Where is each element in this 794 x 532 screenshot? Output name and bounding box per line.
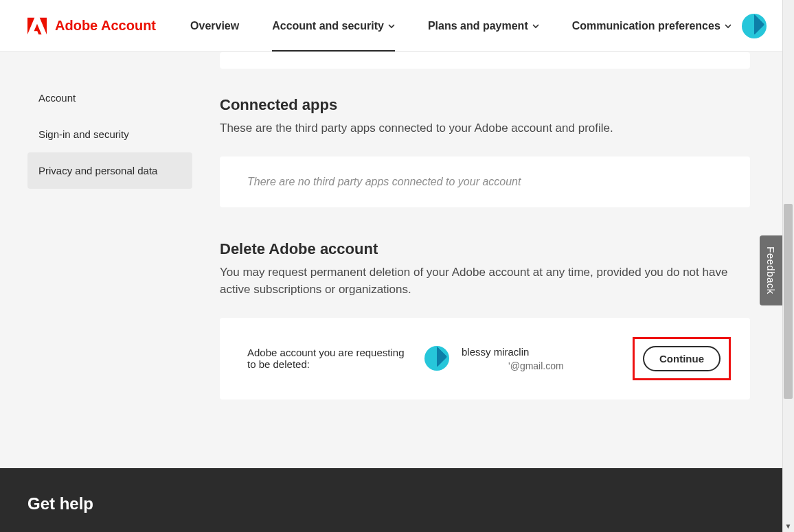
nav-account-security[interactable]: Account and security [272,1,395,51]
sidebar-item-account[interactable]: Account [27,80,192,116]
avatar[interactable] [742,14,767,38]
user-email: '@gmail.com [462,360,564,371]
sidebar-item-privacy[interactable]: Privacy and personal data [27,152,192,189]
sidebar: Account Sign-in and security Privacy and… [0,52,192,427]
delete-account-prompt: Adobe account you are requesting to be d… [247,347,412,370]
body: Account Sign-in and security Privacy and… [0,52,794,427]
chevron-down-icon [388,23,395,30]
header: Adobe Account Overview Account and secur… [0,0,794,52]
delete-account-title: Delete Adobe account [220,240,750,258]
avatar-icon [424,346,449,371]
footer-title: Get help [27,494,767,513]
connected-apps-desc: These are the third party apps connected… [220,119,750,137]
scroll-down-icon[interactable]: ▼ [782,520,794,532]
user-info: blessy miraclin '@gmail.com [462,346,564,371]
chevron-down-icon [532,23,539,30]
continue-button[interactable]: Continue [643,346,721,371]
feedback-tab[interactable]: Feedback [760,235,782,305]
top-nav: Overview Account and security Plans and … [190,1,742,51]
nav-overview[interactable]: Overview [190,1,239,51]
delete-account-card: Adobe account you are requesting to be d… [220,318,750,400]
scrollbar-thumb[interactable] [784,204,793,399]
connected-apps-title: Connected apps [220,96,750,114]
scrollbar[interactable]: ▼ [782,0,794,532]
adobe-logo-icon [27,16,47,36]
connected-apps-card: There are no third party apps connected … [220,157,750,207]
user-name: blessy miraclin [462,346,564,358]
continue-highlight: Continue [633,337,731,380]
previous-section-card-edge [220,52,750,69]
delete-account-desc: You may request permanent deletion of yo… [220,264,750,299]
chevron-down-icon [725,23,731,30]
nav-communication-prefs[interactable]: Communication preferences [572,1,731,51]
main-content: Connected apps These are the third party… [192,52,794,427]
connected-apps-empty: There are no third party apps connected … [247,176,723,188]
logo-section[interactable]: Adobe Account [27,16,156,36]
brand-text: Adobe Account [55,18,156,34]
sidebar-item-signin-security[interactable]: Sign-in and security [27,116,192,152]
nav-plans-payment[interactable]: Plans and payment [428,1,539,51]
footer: Get help ? Common questions Communities [0,468,794,533]
